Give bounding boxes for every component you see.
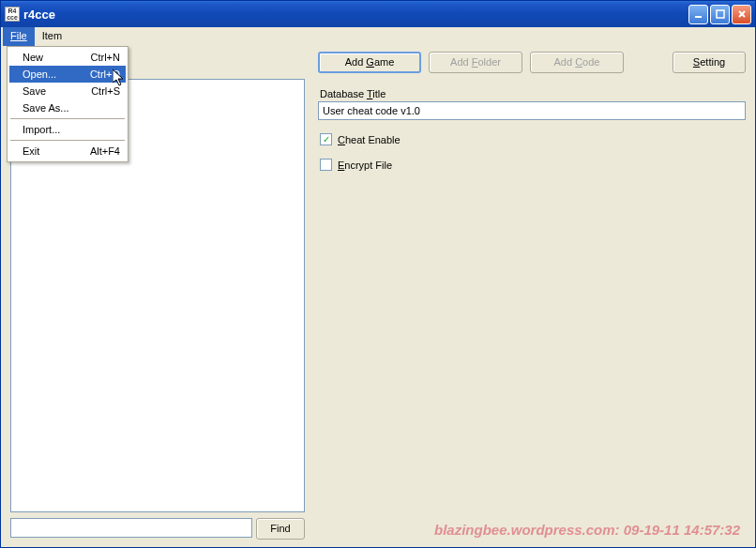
encrypt-file-row[interactable]: Encrypt File bbox=[320, 159, 746, 171]
titlebar: R4cce r4cce bbox=[1, 1, 755, 27]
menu-new-shortcut: Ctrl+N bbox=[91, 52, 120, 63]
encrypt-file-checkbox[interactable] bbox=[320, 159, 332, 171]
menu-file[interactable]: File bbox=[3, 27, 35, 46]
close-button[interactable] bbox=[732, 5, 751, 24]
encrypt-file-label: Encrypt File bbox=[338, 160, 392, 171]
menu-item[interactable]: Item bbox=[35, 27, 69, 46]
cheat-enable-checkbox[interactable]: ✓ bbox=[320, 133, 332, 145]
find-button[interactable]: Find bbox=[256, 518, 305, 540]
menu-save[interactable]: Save Ctrl+S bbox=[9, 83, 126, 99]
window-controls bbox=[688, 5, 751, 24]
database-title-label: Database Title bbox=[320, 88, 746, 99]
menu-save-label: Save bbox=[23, 85, 91, 97]
menu-new[interactable]: New Ctrl+N bbox=[9, 49, 126, 66]
menu-exit-shortcut: Alt+F4 bbox=[90, 145, 120, 157]
cheat-enable-label: Cheat Enable bbox=[338, 134, 401, 145]
watermark: blazingbee.wordpress.com: 09-19-11 14:57… bbox=[434, 522, 740, 538]
menu-exit-label: Exit bbox=[23, 145, 90, 157]
menu-save-as[interactable]: Save As... bbox=[9, 99, 126, 116]
menu-import-label: Import... bbox=[23, 124, 120, 135]
right-pane: Add Game Add Folder Add Code Setting Dat… bbox=[310, 46, 755, 547]
menu-open-label: Open... bbox=[23, 68, 90, 80]
file-menu-dropdown: New Ctrl+N Open... Ctrl+O Save Ctrl+S Sa… bbox=[7, 46, 129, 162]
find-input[interactable] bbox=[10, 518, 252, 538]
database-title-input[interactable]: User cheat code v1.0 bbox=[318, 101, 746, 120]
add-game-button[interactable]: Add Game bbox=[318, 52, 421, 73]
menu-item-label: Item bbox=[42, 30, 62, 41]
menu-separator-2 bbox=[10, 140, 125, 141]
add-code-button[interactable]: Add Code bbox=[530, 52, 624, 73]
menu-new-label: New bbox=[23, 52, 91, 63]
menu-open-shortcut: Ctrl+O bbox=[90, 68, 120, 80]
maximize-button[interactable] bbox=[710, 5, 730, 24]
menubar: File Item bbox=[1, 27, 755, 46]
menu-separator-1 bbox=[10, 118, 125, 119]
setting-button[interactable]: Setting bbox=[673, 52, 746, 73]
svg-rect-0 bbox=[695, 16, 702, 18]
menu-save-shortcut: Ctrl+S bbox=[91, 85, 120, 97]
svg-rect-1 bbox=[717, 10, 724, 18]
minimize-button[interactable] bbox=[688, 5, 708, 24]
tool-buttons: Add Game Add Folder Add Code Setting bbox=[318, 52, 746, 73]
add-folder-button[interactable]: Add Folder bbox=[429, 52, 522, 73]
menu-import[interactable]: Import... bbox=[9, 121, 126, 138]
menu-save-as-label: Save As... bbox=[23, 102, 120, 114]
app-icon: R4cce bbox=[5, 7, 20, 22]
find-row: Find bbox=[10, 518, 305, 540]
menu-file-label: File bbox=[10, 30, 27, 41]
cheat-enable-row[interactable]: ✓ Cheat Enable bbox=[320, 133, 746, 145]
app-window: R4cce r4cce File Item UP DWN User chea bbox=[0, 0, 756, 548]
menu-open[interactable]: Open... Ctrl+O bbox=[9, 66, 126, 83]
window-title: r4cce bbox=[23, 8, 688, 22]
menu-exit[interactable]: Exit Alt+F4 bbox=[9, 143, 126, 160]
